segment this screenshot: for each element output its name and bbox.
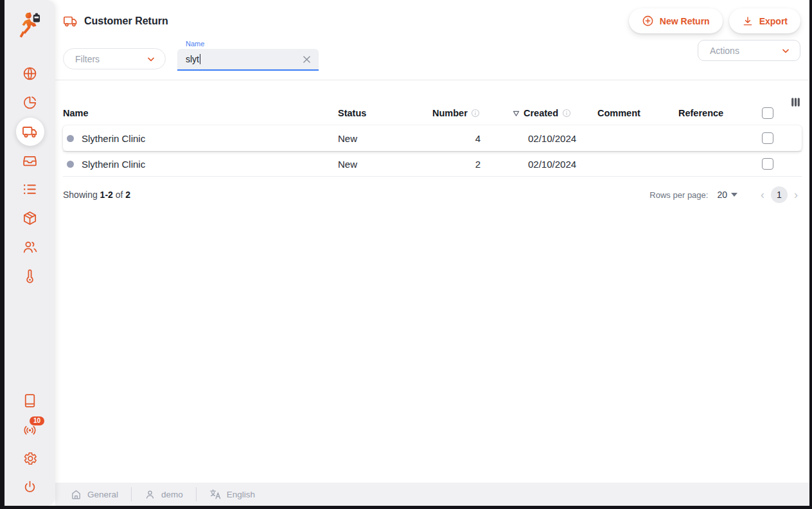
filters-label: Filters <box>75 54 100 64</box>
package-icon <box>22 210 38 226</box>
table-row[interactable]: Slytherin Clinic New 4 02/10/2024 <box>63 125 802 151</box>
sidebar-item-customer-return[interactable] <box>15 117 44 146</box>
pagination-controls: Rows per page: 20 ‹ 1 › <box>649 186 800 203</box>
rows-per-page-label: Rows per page: <box>649 190 708 200</box>
column-header-name[interactable]: Name <box>63 108 338 118</box>
row-status: New <box>338 159 432 170</box>
person-icon <box>145 489 155 500</box>
export-button[interactable]: Export <box>729 8 800 33</box>
running-mascot-logo-icon <box>16 10 44 41</box>
new-return-button[interactable]: New Return <box>629 8 723 33</box>
column-header-comment[interactable]: Comment <box>597 108 678 118</box>
showing-summary: Showing 1-2 of 2 <box>63 190 130 200</box>
thermometer-icon <box>22 268 38 284</box>
info-icon[interactable] <box>562 109 571 118</box>
app-logo[interactable] <box>15 9 45 42</box>
footer-divider <box>131 487 132 501</box>
main-content: Customer Return New Return <box>55 0 809 506</box>
translate-icon <box>209 488 221 500</box>
row-number: 4 <box>432 133 509 144</box>
column-settings-icon[interactable] <box>782 96 802 108</box>
row-checkbox[interactable] <box>762 132 782 144</box>
sidebar-item-pie-chart[interactable] <box>15 88 44 117</box>
name-filter-value: slyt <box>186 54 199 64</box>
next-page-icon[interactable]: › <box>791 189 800 201</box>
truck-icon <box>22 123 39 140</box>
caret-down-icon <box>731 193 737 197</box>
empty-content-area <box>55 210 809 483</box>
top-actions: New Return Export <box>629 8 800 33</box>
table-row[interactable]: Slytherin Clinic New 2 02/10/2024 <box>63 151 802 177</box>
filters-dropdown[interactable]: Filters <box>63 48 166 69</box>
page-title-text: Customer Return <box>84 15 168 27</box>
export-label: Export <box>759 16 788 26</box>
users-icon <box>22 239 38 255</box>
page-title: Customer Return <box>63 13 168 29</box>
name-filter-input[interactable]: slyt <box>177 49 319 71</box>
sidebar-item-users[interactable] <box>15 233 44 262</box>
sidebar-item-package[interactable] <box>15 204 44 233</box>
table-header-row: Name Status Number <box>63 101 802 125</box>
list-icon <box>22 181 38 197</box>
filter-row: Filters Name slyt <box>55 37 809 80</box>
sidebar-item-broadcast[interactable]: 10 <box>15 415 44 444</box>
name-filter-field: Name slyt <box>177 40 319 71</box>
info-icon[interactable] <box>471 109 480 118</box>
globe-icon <box>22 66 38 82</box>
sidebar-item-tablet[interactable] <box>15 386 44 415</box>
inbox-icon <box>22 152 38 168</box>
showing-total: 2 <box>125 190 130 200</box>
row-name: Slytherin Clinic <box>82 133 145 144</box>
notification-badge: 10 <box>30 416 44 425</box>
footer-language[interactable]: English <box>207 488 258 500</box>
footer-divider <box>196 487 197 501</box>
plus-circle-icon <box>642 15 654 27</box>
download-icon <box>742 15 754 27</box>
sidebar-item-thermometer[interactable] <box>15 262 44 290</box>
status-dot <box>67 161 74 168</box>
sidebar-item-list[interactable] <box>15 175 44 204</box>
clear-search-icon[interactable] <box>301 54 312 65</box>
footer-workspace[interactable]: General <box>68 489 121 500</box>
home-icon <box>71 489 82 500</box>
gear-icon <box>22 451 38 467</box>
returns-table: Name Status Number <box>55 80 809 177</box>
window-frame: 10 <box>0 0 812 509</box>
sidebar-item-logout[interactable] <box>15 473 44 502</box>
sidebar-bottom-group: 10 <box>15 386 44 502</box>
previous-page-icon[interactable]: ‹ <box>758 189 767 201</box>
column-header-status[interactable]: Status <box>338 108 432 118</box>
name-field-label: Name <box>186 40 319 48</box>
status-dot <box>67 135 74 142</box>
sidebar: 10 <box>4 0 55 506</box>
row-number: 2 <box>432 159 509 170</box>
chevron-down-icon <box>781 46 791 56</box>
chevron-down-icon <box>146 54 156 64</box>
tablet-icon <box>22 393 38 409</box>
row-checkbox[interactable] <box>762 158 782 170</box>
column-header-created[interactable]: Created <box>509 108 597 118</box>
truck-title-icon <box>63 13 78 29</box>
text-cursor <box>200 54 200 64</box>
actions-label: Actions <box>710 46 739 56</box>
row-name: Slytherin Clinic <box>82 159 145 170</box>
sidebar-item-inbox[interactable] <box>15 146 44 175</box>
footer-bar: General demo <box>55 483 809 506</box>
rows-per-page-select[interactable]: 20 <box>717 190 737 200</box>
sidebar-item-globe[interactable] <box>15 59 44 88</box>
sidebar-item-settings[interactable] <box>15 444 44 473</box>
row-status: New <box>338 133 432 144</box>
app-root: 10 <box>4 0 809 506</box>
sort-descending-icon[interactable] <box>513 110 520 117</box>
footer-user[interactable]: demo <box>142 489 186 500</box>
pie-chart-icon <box>22 94 38 111</box>
select-all-checkbox[interactable] <box>762 107 782 119</box>
row-created: 02/10/2024 <box>509 159 597 170</box>
topbar: Customer Return New Return <box>55 0 809 37</box>
column-header-number[interactable]: Number <box>432 108 509 118</box>
power-icon <box>22 479 38 496</box>
current-page-button[interactable]: 1 <box>771 186 788 203</box>
actions-dropdown[interactable]: Actions <box>698 40 800 61</box>
column-header-reference[interactable]: Reference <box>678 108 762 118</box>
new-return-label: New Return <box>660 16 710 26</box>
